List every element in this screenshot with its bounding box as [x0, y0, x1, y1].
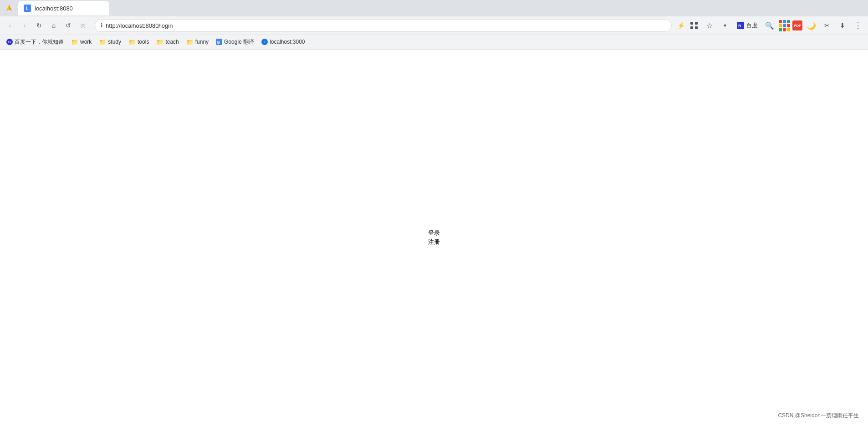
active-tab[interactable]: L localhost:8080 — [18, 1, 109, 15]
grid-icon[interactable] — [688, 19, 700, 32]
nav-right-icons: ⚡ ☆ ▾ B 百度 🔍 — [677, 19, 864, 32]
svg-rect-4 — [690, 26, 693, 29]
search-icon[interactable]: 🔍 — [763, 19, 776, 32]
forward-button[interactable]: › — [18, 19, 31, 32]
refresh-button[interactable]: ↻ — [33, 19, 46, 32]
page-content: 登录 注册 — [0, 50, 868, 425]
scissors-icon[interactable]: ✂ — [821, 19, 833, 32]
address-bar[interactable]: ℹ http://localhost:8080/login — [95, 19, 672, 32]
svg-text:G: G — [217, 40, 220, 45]
register-link[interactable]: 注册 — [428, 238, 440, 246]
address-text: http://localhost:8080/login — [106, 22, 173, 29]
work-folder-icon: 📁 — [71, 39, 78, 46]
nav-bar: ‹ › ↻ ⌂ ↺ ☆ ℹ http://localhost:8080/logi… — [0, 16, 868, 35]
study-folder-icon: 📁 — [99, 39, 106, 46]
bookmark-tools[interactable]: 📁 tools — [126, 38, 152, 46]
bookmarks-bar: B 百度一下，你就知道 📁 work 📁 study 📁 tools 📁 tea… — [0, 35, 868, 49]
login-register-section: 登录 注册 — [428, 229, 440, 246]
bookmark-funny-label: funny — [195, 39, 209, 45]
bookmark-google-translate[interactable]: G Google 翻译 — [213, 37, 257, 47]
tools-folder-icon: 📁 — [128, 39, 136, 46]
localhost3000-favicon: L — [261, 39, 268, 45]
funny-folder-icon: 📁 — [186, 39, 194, 46]
page-footer: CSDN @Sheldon一蓑烟雨任平生 — [778, 412, 859, 420]
bookmark-study-label: study — [108, 39, 121, 45]
baidu-favicon: B — [6, 39, 13, 45]
history-back-button[interactable]: ↺ — [62, 19, 75, 32]
bookmark-localhost3000[interactable]: L localhost:3000 — [259, 38, 307, 46]
footer-text: CSDN @Sheldon一蓑烟雨任平生 — [778, 412, 859, 419]
apps-icon[interactable] — [779, 20, 790, 31]
google-translate-favicon: G — [216, 39, 222, 45]
bookmark-tools-label: tools — [138, 39, 149, 45]
pdf-icon[interactable]: PDF — [792, 20, 802, 30]
moon-icon[interactable]: 🌙 — [805, 19, 818, 32]
download-icon[interactable]: ⬇ — [836, 19, 849, 32]
baidu-label: 百度 — [746, 21, 758, 30]
tab-favicon: L — [24, 5, 31, 12]
svg-rect-5 — [695, 26, 698, 29]
tab-bar: L localhost:8080 — [0, 0, 868, 16]
menu-button[interactable]: ⋮ — [852, 19, 864, 32]
bookmark-study[interactable]: 📁 study — [96, 38, 124, 46]
bookmark-teach-label: teach — [165, 39, 179, 45]
bookmark-localhost3000-label: localhost:3000 — [270, 39, 305, 45]
svg-rect-2 — [690, 22, 693, 25]
lightning-icon[interactable]: ⚡ — [677, 22, 685, 29]
login-link[interactable]: 登录 — [428, 229, 440, 237]
bookmark-teach[interactable]: 📁 teach — [153, 38, 181, 46]
bookmark-work-label: work — [80, 39, 92, 45]
svg-text:B: B — [738, 24, 741, 28]
bookmark-baidu-label: 百度一下，你就知道 — [15, 38, 64, 46]
svg-rect-3 — [695, 22, 698, 25]
bookmark-funny[interactable]: 📁 funny — [184, 38, 211, 46]
bookmark-work[interactable]: 📁 work — [68, 38, 94, 46]
home-button[interactable]: ⌂ — [47, 19, 60, 32]
tab-title: localhost:8080 — [35, 5, 73, 12]
back-button[interactable]: ‹ — [4, 19, 16, 32]
svg-marker-1 — [6, 5, 9, 11]
lock-icon: ℹ — [101, 22, 103, 29]
star-button[interactable]: ☆ — [77, 19, 89, 32]
browser-logo — [4, 3, 15, 14]
star-dropdown-icon[interactable]: ▾ — [719, 19, 731, 32]
bookmark-google-translate-label: Google 翻译 — [224, 38, 254, 46]
bookmark-baidu[interactable]: B 百度一下，你就知道 — [4, 37, 66, 47]
baidu-logo-area[interactable]: B 百度 — [734, 19, 761, 32]
star-nav-icon[interactable]: ☆ — [703, 19, 716, 32]
teach-folder-icon: 📁 — [156, 39, 163, 46]
